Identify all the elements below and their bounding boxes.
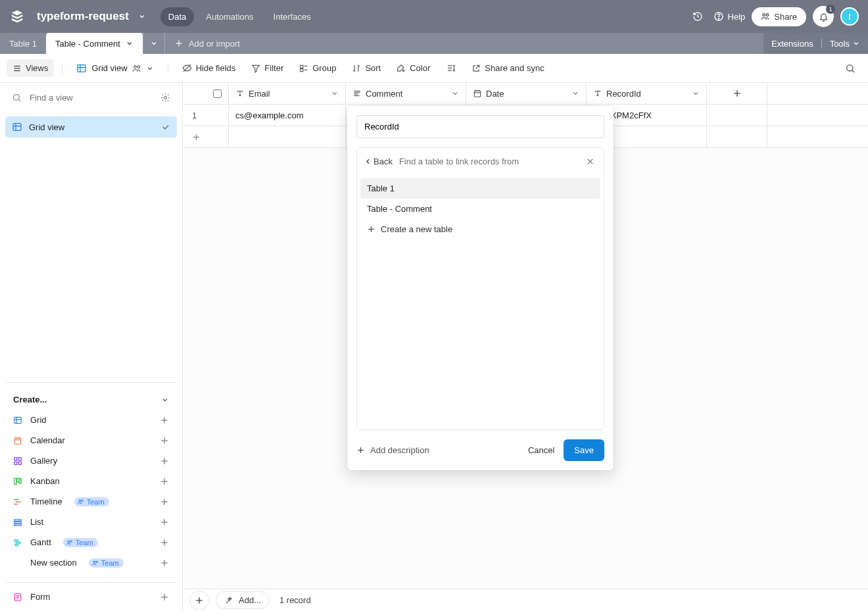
filter-button[interactable]: Filter bbox=[245, 59, 289, 77]
create-form[interactable]: Form bbox=[9, 588, 173, 606]
column-label: Comment bbox=[366, 89, 402, 99]
chevron-down-icon[interactable] bbox=[146, 64, 154, 72]
view-search[interactable] bbox=[0, 83, 182, 112]
create-new-section[interactable]: New sectionTeam bbox=[9, 554, 173, 572]
plus-icon[interactable] bbox=[160, 416, 169, 425]
search-button[interactable] bbox=[839, 59, 861, 78]
views-button[interactable]: Views bbox=[7, 59, 54, 77]
hide-fields-button[interactable]: Hide fields bbox=[176, 59, 242, 77]
form-icon bbox=[13, 593, 22, 602]
view-search-input[interactable] bbox=[28, 92, 154, 103]
calendar-icon bbox=[473, 89, 482, 98]
plus-icon[interactable] bbox=[160, 593, 169, 602]
column-recordid[interactable]: RecordId bbox=[587, 83, 707, 104]
cancel-button[interactable]: Cancel bbox=[519, 439, 564, 461]
current-view-button[interactable]: Grid view bbox=[70, 59, 159, 78]
column-date[interactable]: Date bbox=[466, 83, 587, 104]
share-button[interactable]: Share bbox=[752, 7, 806, 26]
base-name[interactable]: typeform-request bbox=[37, 10, 129, 23]
create-gallery[interactable]: Gallery bbox=[9, 452, 173, 470]
footer-add-row-button[interactable] bbox=[189, 591, 209, 610]
chevron-down-icon[interactable] bbox=[331, 89, 339, 97]
add-description-button[interactable]: Add description bbox=[356, 445, 429, 455]
create-row-label: List bbox=[30, 517, 43, 527]
plus-icon[interactable] bbox=[160, 538, 169, 547]
row-height-button[interactable] bbox=[440, 59, 462, 77]
plus-icon[interactable] bbox=[160, 558, 169, 568]
grid-view-icon bbox=[12, 122, 22, 132]
chevron-down-icon[interactable] bbox=[692, 89, 700, 97]
plus-icon[interactable] bbox=[160, 436, 169, 445]
create-row-label: New section bbox=[30, 558, 77, 568]
create-view-header[interactable]: Create... bbox=[0, 388, 182, 411]
svg-point-3 bbox=[766, 14, 769, 16]
create-timeline[interactable]: TimelineTeam bbox=[9, 493, 173, 510]
people-icon bbox=[132, 64, 141, 73]
create-row-label: Calendar bbox=[30, 435, 65, 445]
back-button[interactable]: Back bbox=[364, 157, 393, 166]
nav-automations[interactable]: Automations bbox=[198, 7, 261, 26]
notifications-button[interactable]: 1 bbox=[813, 6, 834, 27]
footer-add-menu[interactable]: Add... bbox=[216, 591, 270, 609]
svg-point-1 bbox=[718, 18, 719, 19]
chevron-down-icon[interactable] bbox=[126, 39, 133, 47]
tools-button[interactable]: Tools bbox=[830, 39, 860, 49]
back-label: Back bbox=[374, 157, 393, 166]
table-option-comment[interactable]: Table - Comment bbox=[360, 199, 600, 219]
table-option-1[interactable]: Table 1 bbox=[360, 178, 600, 199]
cell-email[interactable]: cs@example.com bbox=[229, 105, 346, 126]
select-all-checkbox[interactable] bbox=[213, 89, 222, 98]
help-button[interactable]: Help bbox=[713, 11, 746, 22]
chevron-down-icon[interactable] bbox=[138, 12, 146, 20]
plus-icon[interactable] bbox=[160, 456, 169, 466]
group-button[interactable]: Group bbox=[293, 59, 342, 77]
column-email[interactable]: Email bbox=[229, 83, 346, 104]
svg-rect-29 bbox=[13, 124, 21, 131]
save-button[interactable]: Save bbox=[564, 439, 604, 461]
view-item-grid-view[interactable]: Grid view bbox=[5, 116, 177, 137]
table-tab-comment[interactable]: Table - Comment bbox=[46, 33, 143, 54]
create-kanban[interactable]: Kanban bbox=[9, 472, 173, 490]
svg-rect-17 bbox=[301, 68, 303, 71]
svg-rect-46 bbox=[18, 462, 21, 464]
grid-view-icon bbox=[76, 63, 87, 74]
create-list[interactable]: List bbox=[9, 513, 173, 531]
svg-rect-16 bbox=[301, 65, 303, 68]
history-button[interactable] bbox=[688, 7, 707, 26]
gantt-icon bbox=[13, 538, 22, 547]
nav-data[interactable]: Data bbox=[160, 7, 194, 26]
plus-icon[interactable] bbox=[160, 477, 169, 486]
table-search-input[interactable] bbox=[397, 154, 579, 169]
avatar[interactable]: I bbox=[840, 7, 859, 26]
chevron-down-icon[interactable] bbox=[451, 89, 459, 97]
svg-rect-45 bbox=[14, 462, 17, 464]
nav-interfaces[interactable]: Interfaces bbox=[266, 7, 319, 26]
tools-label: Tools bbox=[830, 39, 850, 49]
plus-icon[interactable] bbox=[160, 518, 169, 527]
create-new-table-option[interactable]: Create a new table bbox=[360, 219, 600, 239]
color-button[interactable]: Color bbox=[391, 59, 436, 77]
filter-icon bbox=[251, 64, 260, 73]
extensions-button[interactable]: Extensions bbox=[771, 39, 813, 49]
sort-button[interactable]: Sort bbox=[346, 59, 387, 77]
table-tab-1[interactable]: Table 1 bbox=[0, 33, 46, 54]
row-number[interactable]: 1 bbox=[183, 105, 229, 126]
share-sync-button[interactable]: Share and sync bbox=[466, 59, 550, 77]
settings-icon[interactable] bbox=[160, 93, 170, 103]
add-column-button[interactable] bbox=[707, 83, 767, 104]
create-gantt[interactable]: GanttTeam bbox=[9, 533, 173, 551]
select-all-column[interactable] bbox=[183, 83, 229, 104]
share-sync-label: Share and sync bbox=[485, 63, 544, 73]
chevron-down-icon[interactable] bbox=[571, 89, 579, 97]
current-view-label: Grid view bbox=[91, 63, 127, 73]
field-name-input[interactable] bbox=[356, 115, 604, 138]
create-grid[interactable]: Grid bbox=[9, 411, 173, 429]
base-logo[interactable] bbox=[9, 9, 25, 24]
column-comment[interactable]: Comment bbox=[346, 83, 466, 104]
add-or-import-button[interactable]: Add or import bbox=[165, 33, 249, 54]
plus-icon bbox=[733, 89, 742, 98]
close-button[interactable] bbox=[583, 156, 597, 167]
plus-icon[interactable] bbox=[160, 497, 169, 506]
table-tabs-chevron[interactable] bbox=[143, 33, 165, 54]
create-calendar[interactable]: Calendar bbox=[9, 431, 173, 449]
